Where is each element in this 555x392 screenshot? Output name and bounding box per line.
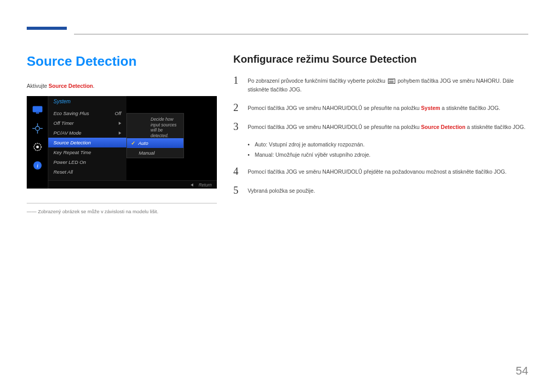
- header-accent-bar: [27, 27, 67, 30]
- svg-point-8: [36, 146, 39, 148]
- page-number: 54: [516, 364, 528, 378]
- osd-description: Decide how input sources will be detecte…: [151, 117, 180, 139]
- osd-sub-auto: ✓Auto: [127, 138, 183, 148]
- osd-footer: Return: [48, 180, 217, 189]
- bullets: •Auto: Vstupní zdroj je automaticky rozp…: [248, 140, 528, 160]
- osd-main-menu: System Eco Saving PlusOff Off Timer PC/A…: [48, 96, 126, 180]
- step-number: 5: [233, 184, 240, 196]
- gear-icon: [32, 141, 43, 153]
- osd-sub-manual: Manual: [127, 148, 183, 158]
- menu-icon: [388, 79, 395, 84]
- osd-submenu: Decide how input sources will be detecte…: [126, 113, 184, 158]
- step-3: 3 Pomocí tlačítka JOG ve směru NAHORU/DO…: [233, 121, 528, 133]
- left-column: Source Detection Aktivujte Source Detect…: [27, 53, 217, 214]
- subtitle: Konfigurace režimu Source Detection: [233, 53, 528, 65]
- bullet-manual: •Manual: Umožňuje ruční výběr vstupního …: [248, 150, 528, 160]
- step-text: Pomocí tlačítka JOG ve směru NAHORU/DOLŮ…: [248, 121, 528, 132]
- osd-menu-header: System: [48, 96, 126, 108]
- page-title: Source Detection: [27, 53, 217, 69]
- svg-point-2: [35, 126, 40, 130]
- osd-item-pcav: PC/AV Mode: [48, 128, 126, 138]
- osd-item-key-repeat: Key Repeat Time: [48, 147, 126, 157]
- back-arrow-icon: [191, 183, 193, 186]
- bullet-auto: •Auto: Vstupní zdroj je automaticky rozp…: [248, 140, 528, 150]
- header-line: [74, 34, 528, 34]
- page-body: Source Detection Aktivujte Source Detect…: [27, 53, 528, 214]
- svg-rect-1: [36, 113, 39, 114]
- step-text: Pomocí tlačítka JOG ve směru NAHORU/DOLŮ…: [248, 165, 528, 176]
- step-2: 2 Pomocí tlačítka JOG ve směru NAHORU/DO…: [233, 102, 528, 114]
- activate-text: Aktivujte Source Detection.: [27, 83, 217, 89]
- footnote: ―― Zobrazený obrázek se může v závislost…: [27, 203, 217, 214]
- step-text: Vybraná položka se použije.: [248, 184, 528, 195]
- step-number: 3: [233, 121, 240, 133]
- svg-text:i: i: [36, 162, 38, 169]
- step-number: 4: [233, 165, 240, 177]
- return-label: Return: [198, 182, 212, 188]
- step-text: Pomocí tlačítka JOG ve směru NAHORU/DOLŮ…: [248, 102, 528, 113]
- info-icon: i: [32, 160, 43, 171]
- step-5: 5 Vybraná položka se použije.: [233, 184, 528, 196]
- osd-menu-screenshot: i System Eco Saving PlusOff Off Timer PC…: [27, 96, 217, 189]
- osd-item-eco: Eco Saving PlusOff: [48, 108, 126, 118]
- target-icon: [32, 123, 43, 134]
- step-number: 2: [233, 102, 240, 114]
- osd-item-reset: Reset All: [48, 167, 126, 177]
- step-number: 1: [233, 74, 240, 86]
- step-text: Po zobrazení průvodce funkčními tlačítky…: [248, 74, 528, 95]
- osd-sidebar: i: [27, 96, 48, 189]
- osd-item-power-led: Power LED On: [48, 157, 126, 167]
- step-1: 1 Po zobrazení průvodce funkčními tlačít…: [233, 74, 528, 95]
- right-column: Konfigurace režimu Source Detection 1 Po…: [233, 53, 528, 214]
- step-4: 4 Pomocí tlačítka JOG ve směru NAHORU/DO…: [233, 165, 528, 177]
- monitor-icon: [32, 104, 43, 116]
- osd-item-offtimer: Off Timer: [48, 118, 126, 128]
- osd-item-source-detection: Source Detection: [48, 138, 126, 147]
- svg-rect-0: [33, 106, 42, 112]
- check-icon: ✓: [131, 140, 135, 146]
